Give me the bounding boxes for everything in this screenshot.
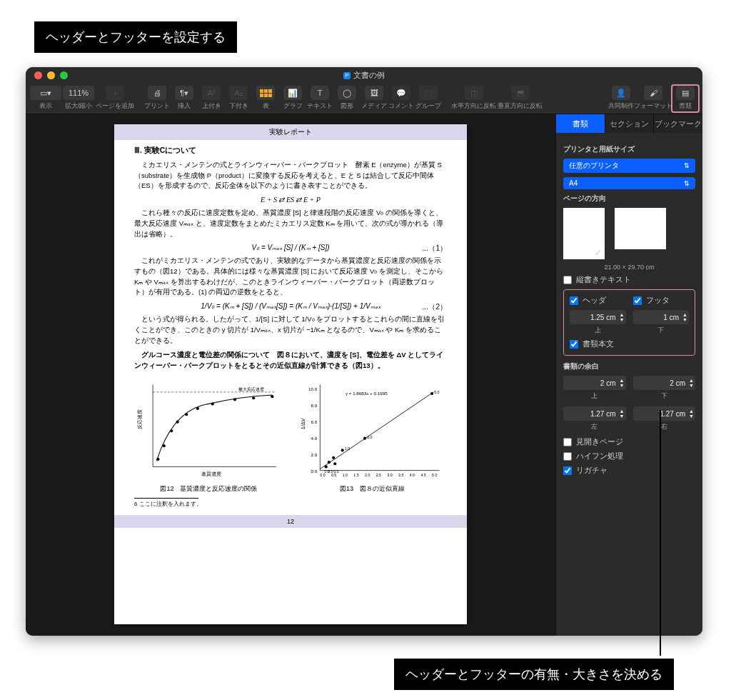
svg-point-39 — [328, 461, 331, 464]
svg-point-48 — [430, 392, 433, 395]
svg-text:基質濃度: 基質濃度 — [201, 471, 221, 477]
add-page-button: ＋ページを追加 — [96, 85, 134, 112]
figure-caption: 図12 基質濃度と反応速度の関係 — [160, 484, 257, 494]
svg-text:0.5: 0.5 — [333, 469, 338, 474]
document-canvas[interactable]: 実験レポート Ⅲ. 実験Cについて ミカエリス・メンテンの式とラインウィーバー・… — [26, 114, 555, 636]
media-button[interactable]: 🖼メディア — [361, 85, 387, 112]
svg-point-13 — [271, 395, 273, 398]
flip-v-button: ⬒垂直方向に反転 — [498, 85, 543, 112]
body-text: これがミカエリス・メンテンの式であり、実験的なデータから基質濃度と反応速度の関係… — [134, 256, 447, 298]
body-text: ミカエリス・メンテンの式とラインウィーバー・バークプロット 酵素 E（enzym… — [134, 160, 447, 191]
shape-button[interactable]: ◯図形 — [334, 85, 360, 112]
app-window: P文書の例 ▭▾表示 111%拡大/縮小 ＋ページを追加 🖨プリント ¶▾挿入 … — [26, 67, 702, 636]
body-text: グルコース濃度と電位差の関係について 図８において、濃度を [S]、電位差を Δ… — [134, 350, 447, 371]
insert-button[interactable]: ¶▾挿入 — [171, 85, 197, 112]
header-footer-group: ヘッダ フッタ 1.25 cm▲▼ 上 1 cm▲▼ 下 書類本文 — [563, 289, 695, 356]
print-button[interactable]: 🖨プリント — [144, 85, 170, 112]
margin-right-stepper[interactable]: 1.27 cm▲▼ — [633, 406, 696, 421]
vertical-text-checkbox[interactable]: 縦書きテキスト — [563, 275, 695, 285]
annotation-top: ヘッダーとフッターを設定する — [34, 21, 237, 53]
svg-point-11 — [233, 398, 236, 401]
svg-point-41 — [332, 456, 335, 459]
tab-document[interactable]: 書類 — [556, 114, 605, 133]
margin-left-stepper[interactable]: 1.27 cm▲▼ — [563, 406, 626, 421]
svg-text:0.5: 0.5 — [331, 473, 336, 477]
svg-text:1/ΔV: 1/ΔV — [300, 418, 306, 429]
svg-text:2.5: 2.5 — [376, 473, 381, 477]
annotation-leader — [660, 410, 661, 656]
svg-text:2.0: 2.0 — [365, 473, 370, 477]
svg-text:5.0: 5.0 — [432, 473, 437, 477]
margin-bottom-stepper[interactable]: 2 cm▲▼ — [633, 376, 696, 390]
body-text: これら種々の反応に速度定数を定め、基質濃度 [S] と律速段階の反応速度 V₀ … — [134, 208, 447, 239]
svg-line-35 — [320, 392, 433, 469]
tab-section[interactable]: セクション — [605, 114, 655, 133]
margin-top-stepper[interactable]: 2 cm▲▼ — [563, 376, 626, 390]
chart-button[interactable]: 📊グラフ — [280, 85, 306, 112]
view-button[interactable]: ▭▾表示 — [30, 85, 61, 112]
check-icon: ✓ — [595, 248, 602, 258]
paper-select[interactable]: A4⇅ — [563, 177, 695, 189]
superscript-button: A²上付き — [198, 85, 224, 112]
table-button[interactable]: 表 — [253, 85, 278, 112]
window-title: P文書の例 — [26, 70, 702, 81]
header-distance-stepper[interactable]: 1.25 cm▲▼ — [570, 310, 626, 324]
svg-point-8 — [185, 413, 188, 416]
orientation-landscape[interactable] — [615, 208, 666, 249]
document-button[interactable]: ▤書類 — [672, 85, 698, 112]
footer-checkbox[interactable]: フッタ — [633, 296, 690, 306]
subscript-button: A₂下付き — [226, 85, 251, 112]
svg-text:最大反応速度: 最大反応速度 — [238, 386, 264, 391]
page: 実験レポート Ⅲ. 実験Cについて ミカエリス・メンテンの式とラインウィーバー・… — [114, 124, 467, 624]
ligature-checkbox[interactable]: リガチャ — [563, 466, 695, 476]
equation: 1/V₀ = (Kₘ + [S]) / (Vₘₐₓ[S]) = (Kₘ / Vₘ… — [134, 302, 447, 310]
page-header: 実験レポート — [114, 124, 467, 140]
svg-point-10 — [211, 402, 214, 405]
svg-text:0.5: 0.5 — [328, 469, 333, 474]
chevron-updown-icon: ⇅ — [684, 180, 690, 187]
toolbar: ▭▾表示 111%拡大/縮小 ＋ページを追加 🖨プリント ¶▾挿入 A²上付き … — [26, 83, 702, 114]
section-title: 書類の余白 — [563, 361, 695, 371]
svg-point-37 — [325, 465, 328, 468]
header-checkbox[interactable]: ヘッダ — [570, 296, 626, 306]
inspector-tabs: 書類 セクション ブックマーク — [556, 114, 702, 133]
svg-point-4 — [156, 458, 159, 461]
orientation-portrait[interactable]: ✓ — [563, 208, 605, 259]
zoom-button[interactable]: 111%拡大/縮小 — [63, 85, 94, 112]
body-text: という式が得られる。したがって、1/[S] に対して 1/V₀ をプロットすると… — [134, 314, 447, 346]
tab-bookmark[interactable]: ブックマーク — [654, 114, 702, 133]
page-footer: 12 — [114, 515, 467, 528]
svg-point-42 — [333, 462, 336, 465]
document-body-checkbox[interactable]: 書類本文 — [570, 339, 689, 349]
svg-text:2.0: 2.0 — [367, 434, 372, 439]
svg-text:3.5: 3.5 — [398, 473, 403, 477]
annotation-bottom: ヘッダーとフッターの有無・大きさを決める — [394, 659, 674, 690]
comment-button: 💬コメント — [388, 85, 414, 112]
svg-point-7 — [176, 420, 179, 423]
chevron-updown-icon: ⇅ — [684, 162, 690, 169]
figure-12: 最大反応速度 反応速度 基質濃度 図12 基質濃度と反応速度の関係 — [134, 377, 283, 494]
text-button[interactable]: Tテキスト — [307, 85, 333, 112]
equation: V₀ = Vₘₐₓ [S] / (Kₘ + [S])…（1） — [134, 244, 447, 251]
svg-text:3.0: 3.0 — [387, 473, 392, 477]
printer-select[interactable]: 任意のプリンタ⇅ — [563, 159, 695, 173]
svg-text:0.0: 0.0 — [311, 469, 317, 474]
svg-point-5 — [163, 444, 166, 447]
heading: Ⅲ. 実験Cについて — [134, 146, 447, 156]
inspector-panel: 書類 セクション ブックマーク プリンタと用紙サイズ 任意のプリンタ⇅ A4⇅ … — [555, 114, 702, 636]
facing-pages-checkbox[interactable]: 見開きページ — [563, 437, 695, 447]
footnote: 6 ここに注釈を入れます。 — [134, 500, 447, 508]
equation: E + S ⇄ ES ⇄ E + P — [134, 196, 447, 204]
format-button[interactable]: 🖌フォーマット — [634, 85, 672, 112]
svg-text:1.0: 1.0 — [345, 446, 350, 451]
flip-h-button: ◫水平方向に反転 — [451, 85, 496, 112]
figure-13: 10.0 8.0 6.0 4.0 2.0 0.0 0.00.5 1.01.5 2… — [298, 377, 447, 494]
section-title: プリンタと用紙サイズ — [563, 144, 695, 154]
footer-distance-stepper[interactable]: 1 cm▲▼ — [633, 310, 690, 324]
collab-button[interactable]: 👤共同制作 — [608, 85, 634, 112]
svg-point-46 — [363, 436, 366, 439]
svg-text:6.0: 6.0 — [311, 419, 317, 424]
page-dimensions: 21.00 × 29.70 cm — [563, 264, 695, 271]
svg-text:0.0: 0.0 — [320, 473, 325, 477]
hyphenation-checkbox[interactable]: ハイフン処理 — [563, 451, 695, 461]
